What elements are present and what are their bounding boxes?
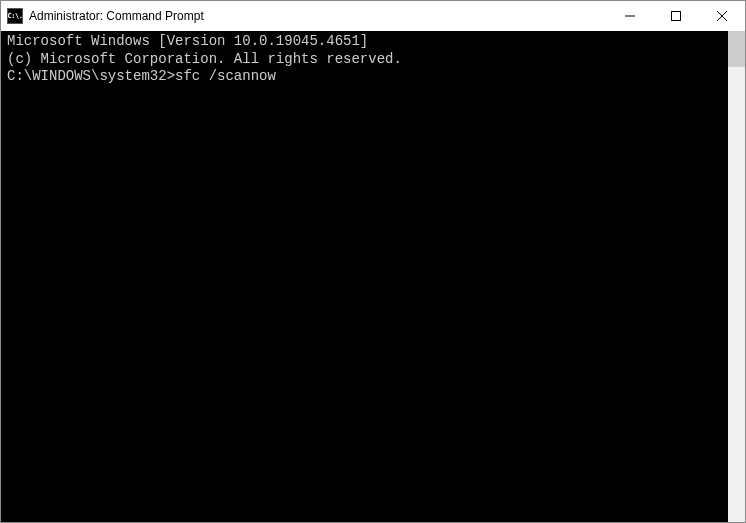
prompt-path: C:\WINDOWS\system32> — [7, 68, 175, 84]
minimize-icon — [625, 11, 635, 21]
terminal-area: Microsoft Windows [Version 10.0.19045.46… — [1, 31, 745, 522]
prompt-line: C:\WINDOWS\system32>sfc /scannow — [7, 68, 722, 86]
app-icon: C:\. — [7, 8, 23, 24]
window-title: Administrator: Command Prompt — [29, 9, 607, 23]
scrollbar-thumb[interactable] — [728, 31, 745, 67]
terminal-output[interactable]: Microsoft Windows [Version 10.0.19045.46… — [1, 31, 728, 522]
output-line: (c) Microsoft Corporation. All rights re… — [7, 51, 722, 69]
vertical-scrollbar[interactable] — [728, 31, 745, 522]
close-button[interactable] — [699, 1, 745, 31]
maximize-icon — [671, 11, 681, 21]
command-prompt-window: C:\. Administrator: Command Prompt M — [0, 0, 746, 523]
svg-rect-1 — [672, 12, 681, 21]
maximize-button[interactable] — [653, 1, 699, 31]
typed-command: sfc /scannow — [175, 68, 276, 84]
titlebar[interactable]: C:\. Administrator: Command Prompt — [1, 1, 745, 31]
output-line: Microsoft Windows [Version 10.0.19045.46… — [7, 33, 722, 51]
close-icon — [717, 11, 727, 21]
scrollbar-track[interactable] — [728, 31, 745, 522]
window-controls — [607, 1, 745, 31]
minimize-button[interactable] — [607, 1, 653, 31]
